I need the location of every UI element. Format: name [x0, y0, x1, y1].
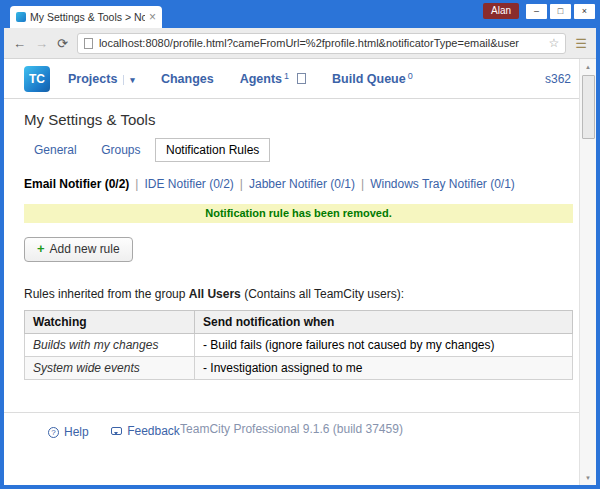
inherited-group-name: All Users	[189, 287, 241, 301]
scroll-down-icon[interactable]: ▼	[580, 470, 596, 485]
tab-groups[interactable]: Groups	[91, 139, 150, 161]
tab-close-icon[interactable]: ×	[149, 11, 156, 23]
add-new-rule-button[interactable]: + Add new rule	[24, 237, 133, 262]
feedback-bubble-icon	[111, 427, 122, 435]
browser-body: ← → ⟳ localhost:8080/profile.html?cameFr…	[4, 28, 596, 485]
notifier-ide[interactable]: IDE Notifier (0/2)	[144, 177, 233, 191]
nav-build-queue-label: Build Queue	[332, 72, 406, 86]
bookmark-star-icon[interactable]: ☆	[549, 36, 560, 50]
page-title: My Settings & Tools	[24, 111, 573, 128]
separator: |	[361, 177, 364, 191]
table-header-row: Watching Send notification when	[25, 311, 573, 334]
watching-cell: System wide events	[25, 357, 195, 380]
vertical-scrollbar[interactable]: ▲ ▼	[579, 59, 596, 485]
close-button[interactable]: ×	[574, 4, 595, 19]
notification-cell: - Build fails (ignore failures not cause…	[195, 334, 573, 357]
nav-projects-label: Projects	[68, 72, 117, 86]
feedback-label: Feedback	[127, 424, 180, 438]
settings-tabs: General Groups Notification Rules	[24, 138, 573, 162]
forward-icon[interactable]: →	[35, 36, 48, 51]
inherited-suffix: (Contains all TeamCity users):	[244, 287, 404, 301]
tab-general[interactable]: General	[24, 139, 87, 161]
separator: |	[135, 177, 138, 191]
success-banner: Notification rule has been removed.	[24, 204, 573, 223]
plus-icon: +	[37, 244, 45, 254]
page-viewport: TC Projects▾ Changes Agents1 Build Queue…	[4, 59, 596, 485]
address-bar[interactable]: localhost:8080/profile.html?cameFromUrl=…	[77, 33, 566, 54]
menu-icon[interactable]: ☰	[575, 36, 587, 51]
notifier-tabs: Email Notifier (0/2)|IDE Notifier (0/2)|…	[24, 177, 573, 191]
inherited-prefix: Rules inherited from the group	[24, 287, 185, 301]
notifier-jabber[interactable]: Jabber Notifier (0/1)	[249, 177, 355, 191]
scrollbar-thumb[interactable]	[582, 75, 595, 139]
browser-toolbar: ← → ⟳ localhost:8080/profile.html?cameFr…	[4, 28, 596, 59]
queue-count-badge: 0	[408, 71, 413, 81]
tab-favicon-icon	[16, 12, 26, 22]
inherited-rules-text: Rules inherited from the group All Users…	[24, 287, 573, 301]
help-icon: ?	[48, 427, 59, 438]
nav-changes[interactable]: Changes	[161, 72, 214, 86]
notifier-windows-tray[interactable]: Windows Tray Notifier (0/1)	[370, 177, 515, 191]
inherited-rules-table: Watching Send notification when Builds w…	[24, 310, 573, 380]
url-text: localhost:8080/profile.html?cameFromUrl=…	[99, 37, 543, 49]
nav-agents[interactable]: Agents1	[240, 72, 306, 86]
help-link[interactable]: ? Help	[48, 425, 89, 439]
nav-changes-label: Changes	[161, 72, 214, 86]
tab-title: My Settings & Tools > No	[30, 11, 145, 23]
nav-agents-label: Agents	[240, 72, 282, 86]
add-rule-label: Add new rule	[50, 242, 120, 256]
nav-projects[interactable]: Projects▾	[68, 72, 135, 86]
back-icon[interactable]: ←	[13, 36, 26, 51]
agent-status-icon	[297, 73, 306, 84]
feedback-link[interactable]: Feedback	[111, 424, 180, 438]
page-icon	[84, 38, 93, 49]
main-nav: Projects▾ Changes Agents1 Build Queue0	[68, 72, 413, 86]
notification-cell: - Investigation assigned to me	[195, 357, 573, 380]
window-controls: Alan – □ ×	[483, 3, 595, 19]
browser-window: My Settings & Tools > No × Alan – □ × ← …	[0, 0, 600, 489]
table-row: Builds with my changes - Build fails (ig…	[25, 334, 573, 357]
help-label: Help	[64, 425, 89, 439]
teamcity-header: TC Projects▾ Changes Agents1 Build Queue…	[4, 59, 579, 99]
teamcity-page: TC Projects▾ Changes Agents1 Build Queue…	[4, 59, 579, 485]
nav-build-queue[interactable]: Build Queue0	[332, 72, 413, 86]
tab-notification-rules[interactable]: Notification Rules	[155, 138, 270, 162]
refresh-icon[interactable]: ⟳	[57, 36, 68, 51]
page-content: My Settings & Tools General Groups Notif…	[4, 99, 579, 380]
table-row: System wide events - Investigation assig…	[25, 357, 573, 380]
col-send-notification: Send notification when	[195, 311, 573, 334]
scroll-up-icon[interactable]: ▲	[580, 59, 596, 74]
version-text: TeamCity Professional 9.1.6 (build 37459…	[4, 422, 579, 436]
agents-count-badge: 1	[284, 71, 289, 81]
col-watching: Watching	[25, 311, 195, 334]
header-user-link[interactable]: s362	[545, 72, 571, 86]
maximize-button[interactable]: □	[550, 4, 571, 19]
chevron-down-icon[interactable]: ▾	[123, 75, 135, 85]
browser-titlebar: My Settings & Tools > No × Alan – □ ×	[0, 0, 600, 28]
separator: |	[240, 177, 243, 191]
user-badge[interactable]: Alan	[483, 3, 519, 19]
teamcity-logo[interactable]: TC	[24, 66, 50, 92]
minimize-button[interactable]: –	[526, 4, 547, 19]
browser-tab[interactable]: My Settings & Tools > No ×	[10, 6, 162, 28]
notifier-email[interactable]: Email Notifier (0/2)	[24, 177, 129, 191]
watching-cell: Builds with my changes	[25, 334, 195, 357]
page-footer: ? Help Feedback TeamCity Professional 9.…	[4, 412, 579, 440]
